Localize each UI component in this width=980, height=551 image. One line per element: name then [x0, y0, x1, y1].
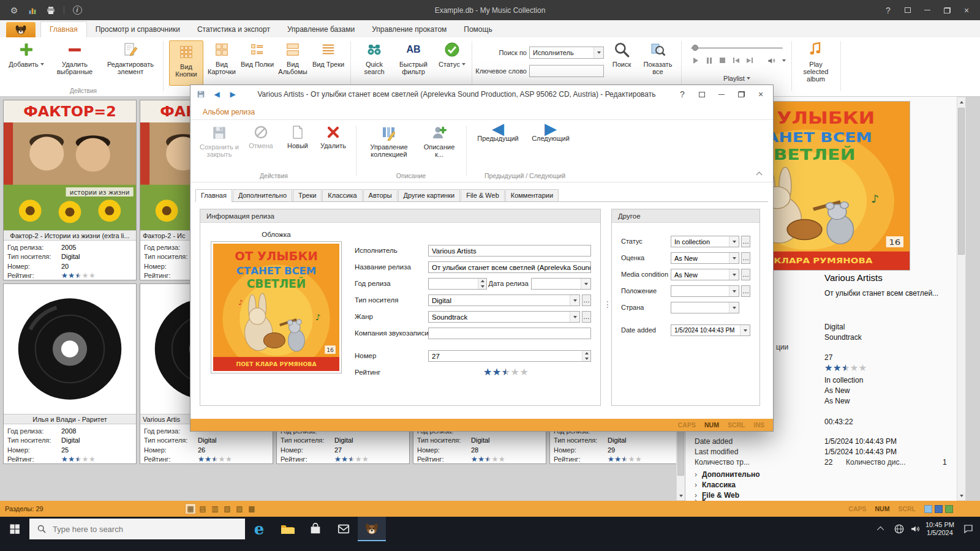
save-close-button[interactable]: Сохранить и закрыть — [198, 125, 241, 158]
scrollbar-thumb[interactable] — [958, 108, 965, 255]
genre-more-button[interactable]: … — [582, 311, 591, 323]
tree-item-dopolnitelno[interactable]: ›Дополнительно — [695, 470, 760, 479]
quick-search-button[interactable]: Quick search — [356, 40, 392, 75]
collapse-ribbon-icon[interactable] — [753, 168, 764, 177]
taskbar-clock[interactable]: 10:45 PM 1/5/2024 — [925, 521, 954, 537]
chevron-down-icon[interactable] — [570, 295, 579, 305]
pause-icon[interactable] — [704, 56, 714, 64]
dialog-expand-button[interactable] — [693, 88, 710, 101]
tab-prosmotr[interactable]: Просмотр и справочники — [87, 22, 189, 37]
view-albums-button[interactable]: Вид Альбомы — [276, 40, 310, 75]
view-cards-mini-icon[interactable]: ▤ — [197, 503, 208, 514]
help-button[interactable]: ? — [878, 2, 898, 18]
view-extra-mini-icon[interactable]: ▩ — [246, 503, 257, 514]
number-spinner[interactable]: 27 — [428, 350, 591, 362]
tab-statistika[interactable]: Статистика и экспорт — [189, 22, 279, 37]
chevron-down-icon[interactable] — [729, 269, 739, 280]
location-select[interactable] — [671, 285, 739, 297]
record-company-input[interactable] — [428, 328, 591, 339]
view-albums-mini-icon[interactable]: ▧ — [222, 503, 233, 514]
view-cards-button[interactable]: Вид Карточки — [205, 40, 239, 75]
taskbar-search[interactable] — [29, 519, 245, 539]
description-button[interactable]: Описание к... — [420, 125, 459, 158]
edit-item-button[interactable]: Редактировать элемент — [104, 40, 157, 75]
view-tracks-button[interactable]: Вид Треки — [311, 40, 345, 68]
print-icon[interactable] — [45, 5, 56, 16]
keyword-input[interactable] — [529, 65, 604, 77]
scroll-down-icon[interactable] — [677, 491, 685, 500]
splitter-handle[interactable]: ⋮ — [603, 299, 612, 309]
dtab-dopolnitelno[interactable]: Дополнительно — [233, 189, 292, 201]
mail-icon[interactable] — [330, 517, 358, 541]
forward-icon[interactable]: ▶ — [226, 88, 239, 100]
scroll-up-icon[interactable] — [957, 97, 965, 107]
dialog-maximize-button[interactable] — [733, 88, 750, 101]
media-type-more-button[interactable]: … — [582, 294, 591, 306]
tab-upravlenie-bazami[interactable]: Управление базами — [279, 22, 363, 37]
chevron-down-icon[interactable] — [594, 47, 603, 58]
dialog-help-button[interactable]: ? — [674, 88, 691, 101]
view-buttons-mini-icon[interactable]: ▦ — [185, 503, 196, 514]
tab-glavnaya[interactable]: Главная — [40, 21, 87, 37]
tree-item-cut[interactable]: ›К — [695, 497, 706, 501]
media-condition-more-button[interactable]: … — [741, 269, 750, 280]
close-button[interactable]: × — [957, 2, 976, 18]
country-select[interactable] — [671, 302, 739, 313]
chevron-down-icon[interactable] — [729, 236, 739, 247]
quick-filter-button[interactable]: AB Быстрый фильтр — [394, 40, 432, 75]
show-all-button[interactable]: Показать все — [639, 40, 676, 75]
genre-select[interactable]: Soundtrack — [428, 311, 580, 323]
view-shelf-button[interactable]: Вид Полки — [240, 40, 274, 68]
add-button[interactable]: Добавить — [6, 40, 47, 68]
music-collection-app-icon[interactable] — [358, 517, 386, 541]
media-type-select[interactable]: Digital — [428, 294, 580, 306]
expand-button[interactable] — [898, 2, 918, 18]
file-explorer-icon[interactable] — [273, 517, 301, 541]
network-icon[interactable] — [894, 523, 905, 534]
grade-select[interactable]: As New — [671, 252, 739, 264]
release-year-spinner[interactable] — [428, 278, 487, 290]
chevron-down-icon[interactable] — [729, 286, 739, 296]
store-icon[interactable] — [301, 517, 330, 541]
back-icon[interactable]: ◀ — [210, 88, 224, 100]
volume-icon[interactable] — [910, 523, 921, 534]
chevron-down-icon[interactable] — [740, 325, 750, 335]
scrollbar-thumb[interactable] — [677, 428, 684, 476]
view-shelf-mini-icon[interactable]: ▥ — [209, 503, 221, 514]
status-select[interactable]: In collection — [671, 236, 739, 247]
search-by-select[interactable]: Исполнитель — [529, 47, 604, 59]
spinner-arrows[interactable] — [478, 279, 486, 289]
tree-item-klassika[interactable]: ›Классика — [695, 481, 736, 489]
dialog-tab-album-reliza[interactable]: Альбом релиза — [197, 105, 261, 119]
dtab-avtory[interactable]: Авторы — [363, 189, 398, 201]
chevron-down-icon[interactable] — [729, 253, 739, 263]
dialog-close-button[interactable]: × — [752, 88, 769, 101]
dtab-glavnaya[interactable]: Главная — [195, 189, 232, 202]
layout-square-icon[interactable] — [945, 505, 953, 513]
album-card[interactable]: Илья и Влади - Раритет Год релиза:2008 Т… — [3, 283, 137, 464]
dialog-rating-stars[interactable]: ★★★★★★★★★★ — [483, 367, 529, 377]
dtab-fileweb[interactable]: File & Web — [461, 189, 505, 201]
tab-pomoshch[interactable]: Помощь — [455, 22, 500, 37]
search-input[interactable] — [53, 525, 238, 534]
restore-button[interactable] — [937, 2, 957, 18]
scroll-down-icon[interactable] — [957, 491, 965, 500]
layout-square-icon[interactable] — [924, 505, 932, 513]
cancel-button[interactable]: Отмена — [246, 125, 276, 149]
tab-upravlenie-prokatom[interactable]: Управление прокатом — [363, 22, 455, 37]
manage-collection-button[interactable]: Управление коллекцией — [362, 125, 416, 158]
edge-icon[interactable]: e — [245, 517, 273, 541]
statistics-icon[interactable] — [27, 5, 38, 16]
panel-scrollbar[interactable] — [957, 97, 966, 501]
tray-chevron-icon[interactable] — [874, 527, 889, 531]
media-condition-select[interactable]: As New — [671, 269, 739, 280]
volume-icon[interactable] — [767, 56, 776, 64]
view-tracks-mini-icon[interactable]: ▨ — [234, 503, 245, 514]
next-track-icon[interactable] — [745, 56, 754, 64]
artist-input[interactable]: Various Artists — [428, 245, 591, 257]
status-more-button[interactable]: … — [741, 236, 750, 247]
new-button[interactable]: Новый — [282, 125, 313, 149]
delete-selected-button[interactable]: Удалить выбранные — [51, 40, 98, 75]
info-icon[interactable]: i — [73, 6, 82, 15]
playlist-button[interactable]: Playlist — [691, 72, 783, 84]
